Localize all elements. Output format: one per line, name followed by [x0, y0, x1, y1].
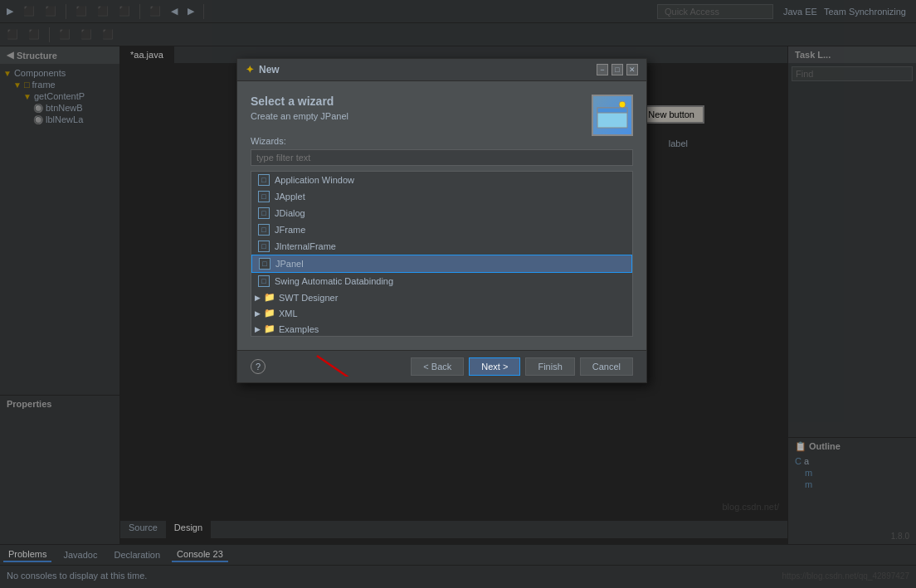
svg-point-2: [619, 101, 626, 108]
wizard-item-swing-auto[interactable]: □ Swing Automatic Databinding: [251, 273, 632, 289]
dialog-body: Select a wizard Create an empty JPanel W…: [237, 81, 646, 350]
new-icon: ✦: [246, 64, 254, 75]
app-window-icon: □: [258, 174, 270, 186]
jpanel-label: JPanel: [275, 259, 304, 269]
wizard-desc: Create an empty JPanel: [251, 111, 348, 121]
dialog-maximize-btn[interactable]: □: [611, 64, 623, 75]
japplet-label: JApplet: [275, 192, 305, 202]
dialog-footer: ? < Back Next > Finish Cancel: [237, 350, 646, 382]
wizard-item-japplet[interactable]: □ JApplet: [251, 188, 632, 205]
jframe-icon: □: [258, 224, 270, 236]
jdialog-label: JDialog: [275, 208, 305, 218]
wizard-group-examples[interactable]: ▶ 📁 Examples: [251, 321, 632, 337]
next-button[interactable]: Next >: [469, 357, 520, 376]
dialog-wizard-area: Select a wizard Create an empty JPanel W…: [251, 95, 633, 337]
swing-auto-label: Swing Automatic Databinding: [275, 276, 393, 286]
back-button[interactable]: < Back: [411, 357, 464, 376]
dialog-title-label: New: [259, 64, 280, 75]
japplet-icon: □: [258, 191, 270, 202]
swt-arrow: ▶: [255, 294, 261, 302]
swt-label: SWT Designer: [279, 293, 338, 303]
examples-folder-icon: 📁: [264, 323, 275, 334]
jdialog-icon: □: [258, 207, 270, 219]
dialog-titlebar: ✦ New − □ ✕: [237, 59, 646, 81]
wizard-item-jframe[interactable]: □ JFrame: [251, 221, 632, 238]
wizard-item-jdialog[interactable]: □ JDialog: [251, 205, 632, 221]
jinternalframe-label: JInternalFrame: [275, 241, 336, 251]
wizard-item-jpanel[interactable]: □ JPanel: [251, 255, 632, 273]
help-button[interactable]: ?: [251, 359, 266, 374]
dialog-controls: − □ ✕: [597, 64, 638, 75]
wizard-title: Select a wizard: [251, 95, 348, 108]
swing-auto-icon: □: [258, 275, 270, 287]
jpanel-icon: □: [259, 258, 270, 270]
wizard-group-xml[interactable]: ▶ 📁 XML: [251, 305, 632, 321]
jframe-label: JFrame: [275, 225, 305, 235]
wizard-list[interactable]: □ Application Window □ JApplet □ JDialog…: [251, 171, 633, 337]
examples-arrow: ▶: [255, 325, 261, 333]
jinternalframe-icon: □: [258, 241, 270, 252]
swt-folder-icon: 📁: [264, 292, 275, 303]
dialog-close-btn[interactable]: ✕: [626, 64, 638, 75]
dialog-footer-buttons: < Back Next > Finish Cancel: [411, 357, 633, 376]
wizard-group-swt[interactable]: ▶ 📁 SWT Designer: [251, 289, 632, 305]
wizards-label: Wizards:: [251, 136, 633, 146]
dialog-title-area: ✦ New: [246, 64, 280, 75]
xml-label: XML: [279, 309, 298, 318]
svg-rect-1: [597, 108, 627, 113]
app-window-label: Application Window: [275, 175, 354, 185]
wizard-item-jinternalframe[interactable]: □ JInternalFrame: [251, 238, 632, 255]
cancel-button[interactable]: Cancel: [580, 357, 633, 376]
xml-folder-icon: 📁: [264, 308, 275, 318]
finish-button[interactable]: Finish: [525, 357, 574, 376]
new-wizard-dialog: ✦ New − □ ✕ Select a wizard Create an em…: [236, 58, 647, 383]
wizard-icon: [592, 95, 633, 136]
xml-arrow: ▶: [255, 309, 261, 318]
dialog-minimize-btn[interactable]: −: [597, 64, 608, 75]
dialog-overlay: ✦ New − □ ✕ Select a wizard Create an em…: [0, 0, 916, 588]
wizard-filter-input[interactable]: [251, 149, 633, 166]
examples-label: Examples: [279, 324, 319, 334]
wizard-item-application-window[interactable]: □ Application Window: [251, 172, 632, 188]
